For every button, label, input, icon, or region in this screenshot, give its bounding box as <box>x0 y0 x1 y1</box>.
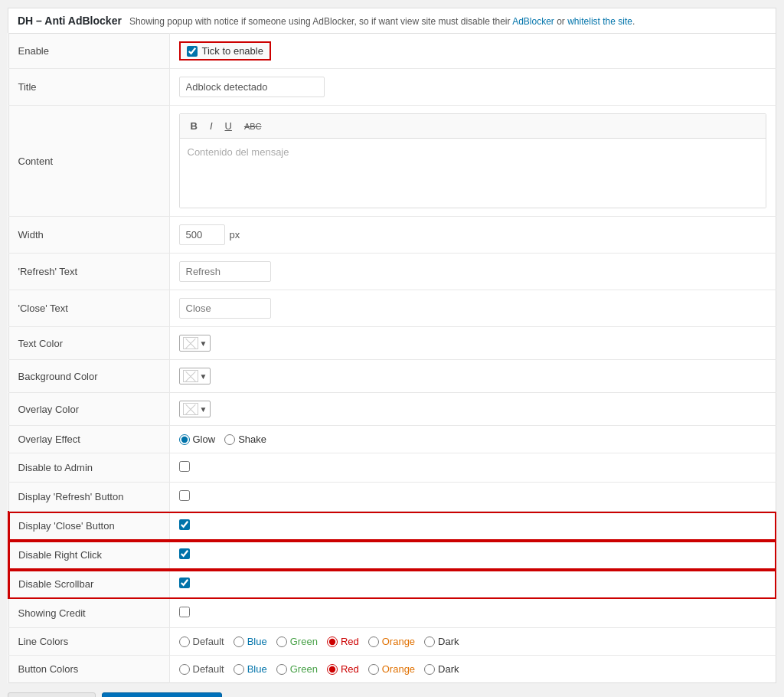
btn-color-blue-label: Blue <box>247 663 267 675</box>
line-color-default-label: Default <box>193 636 224 647</box>
header-description: Showing popup with notice if someone usi… <box>129 16 635 27</box>
overlay-color-row: Overlay Color ▼ <box>8 393 776 426</box>
content-toolbar: B I U ABC <box>180 114 766 139</box>
strikethrough-button[interactable]: ABC <box>240 118 266 134</box>
btn-color-red[interactable]: Red <box>327 663 359 675</box>
italic-button[interactable]: I <box>205 118 217 134</box>
overlay-color-arrow: ▼ <box>200 405 207 414</box>
text-color-swatch <box>183 337 198 349</box>
btn-color-dark-radio[interactable] <box>424 664 435 675</box>
overlay-effect-shake-radio[interactable] <box>224 434 235 445</box>
enable-checkbox-wrapper[interactable]: Tick to enable <box>179 41 271 61</box>
enable-label: Enable <box>8 34 169 69</box>
overlay-color-cell: ▼ <box>169 393 776 426</box>
display-refresh-checkbox[interactable] <box>179 490 190 501</box>
line-colors-row: Line Colors Default Blue Gre <box>8 628 776 656</box>
save-button[interactable]: Save Changes <box>8 692 96 697</box>
btn-color-orange[interactable]: Orange <box>368 663 415 675</box>
line-color-red-label: Red <box>341 636 359 647</box>
overlay-effect-shake-option[interactable]: Shake <box>224 434 266 445</box>
width-row: Width px <box>8 217 776 254</box>
line-color-red-radio[interactable] <box>327 636 338 647</box>
line-color-green-radio[interactable] <box>276 636 287 647</box>
disable-right-click-cell <box>169 541 776 570</box>
footer-buttons: Save Changes P Donate with PayPal <box>8 692 776 697</box>
line-color-default[interactable]: Default <box>179 636 224 647</box>
overlay-effect-row: Overlay Effect Glow Shake <box>8 426 776 453</box>
enable-checkbox[interactable] <box>187 46 198 57</box>
content-editor: B I U ABC Contenido del mensaje <box>179 113 767 208</box>
adblocker-link[interactable]: AdBlocker <box>512 16 554 27</box>
line-color-orange-radio[interactable] <box>368 636 379 647</box>
overlay-effect-cell: Glow Shake <box>169 426 776 453</box>
overlay-effect-glow-radio[interactable] <box>179 434 190 445</box>
btn-color-default-radio[interactable] <box>179 664 190 675</box>
paypal-button[interactable]: P Donate with PayPal <box>102 692 221 697</box>
text-color-row: Text Color ▼ <box>8 327 776 360</box>
overlay-effect-glow-option[interactable]: Glow <box>179 434 216 445</box>
text-color-arrow: ▼ <box>200 339 207 348</box>
title-input[interactable] <box>179 77 325 97</box>
overlay-color-label: Overlay Color <box>8 393 169 426</box>
refresh-text-input[interactable] <box>179 261 271 282</box>
line-colors-group: Default Blue Green Red <box>179 636 767 647</box>
line-color-green[interactable]: Green <box>276 636 318 647</box>
disable-scrollbar-row: Disable Scrollbar <box>8 570 776 599</box>
overlay-effect-glow-label: Glow <box>193 434 216 445</box>
btn-color-green[interactable]: Green <box>276 663 318 675</box>
button-colors-label: Button Colors <box>8 656 169 683</box>
showing-credit-checkbox[interactable] <box>179 607 190 617</box>
bold-button[interactable]: B <box>186 118 202 134</box>
btn-color-dark-label: Dark <box>438 663 459 675</box>
overlay-color-swatch <box>183 403 198 415</box>
line-colors-label: Line Colors <box>8 628 169 656</box>
btn-color-dark[interactable]: Dark <box>424 663 459 675</box>
refresh-text-cell <box>169 254 776 290</box>
btn-color-red-radio[interactable] <box>327 664 338 675</box>
content-area[interactable]: Contenido del mensaje <box>180 139 766 208</box>
overlay-effect-label: Overlay Effect <box>8 426 169 453</box>
px-label: px <box>230 229 240 241</box>
enable-cell: Tick to enable <box>169 34 776 69</box>
btn-color-orange-radio[interactable] <box>368 664 379 675</box>
content-label: Content <box>8 106 169 217</box>
btn-color-green-radio[interactable] <box>276 664 287 675</box>
width-input[interactable] <box>179 224 225 245</box>
bg-color-arrow: ▼ <box>200 372 207 381</box>
btn-color-default-label: Default <box>193 663 224 675</box>
line-color-dark[interactable]: Dark <box>424 636 459 647</box>
text-color-picker[interactable]: ▼ <box>179 335 211 352</box>
disable-scrollbar-label: Disable Scrollbar <box>8 570 169 599</box>
btn-color-default[interactable]: Default <box>179 663 224 675</box>
line-color-dark-radio[interactable] <box>424 636 435 647</box>
line-colors-cell: Default Blue Green Red <box>169 628 776 656</box>
refresh-text-row: 'Refresh' Text <box>8 254 776 290</box>
line-color-orange[interactable]: Orange <box>368 636 415 647</box>
underline-button[interactable]: U <box>220 118 237 134</box>
display-close-checkbox[interactable] <box>179 519 190 530</box>
close-text-input[interactable] <box>179 298 271 319</box>
line-color-blue-radio[interactable] <box>234 636 244 647</box>
refresh-text-label: 'Refresh' Text <box>8 254 169 290</box>
content-placeholder: Contenido del mensaje <box>188 146 289 158</box>
btn-color-blue[interactable]: Blue <box>234 663 267 675</box>
text-color-cell: ▼ <box>169 327 776 360</box>
whitelist-link[interactable]: whitelist the site <box>567 16 632 27</box>
app-title: DH – Anti AdBlocker <box>18 15 122 27</box>
line-color-default-radio[interactable] <box>179 636 190 647</box>
disable-admin-cell <box>169 453 776 483</box>
disable-scrollbar-checkbox[interactable] <box>179 578 190 588</box>
bg-color-picker[interactable]: ▼ <box>179 368 211 384</box>
content-row: Content B I U ABC Contenido del mensaje <box>8 106 776 217</box>
disable-right-click-checkbox[interactable] <box>179 548 190 559</box>
title-cell <box>169 69 776 106</box>
width-label: Width <box>8 217 169 254</box>
showing-credit-label: Showing Credit <box>8 599 169 628</box>
line-color-blue[interactable]: Blue <box>234 636 267 647</box>
bg-color-row: Background Color ▼ <box>8 360 776 393</box>
line-color-red[interactable]: Red <box>327 636 359 647</box>
overlay-color-picker[interactable]: ▼ <box>179 401 211 417</box>
btn-color-blue-radio[interactable] <box>234 664 244 675</box>
btn-color-red-label: Red <box>341 663 359 675</box>
disable-admin-checkbox[interactable] <box>179 461 190 472</box>
